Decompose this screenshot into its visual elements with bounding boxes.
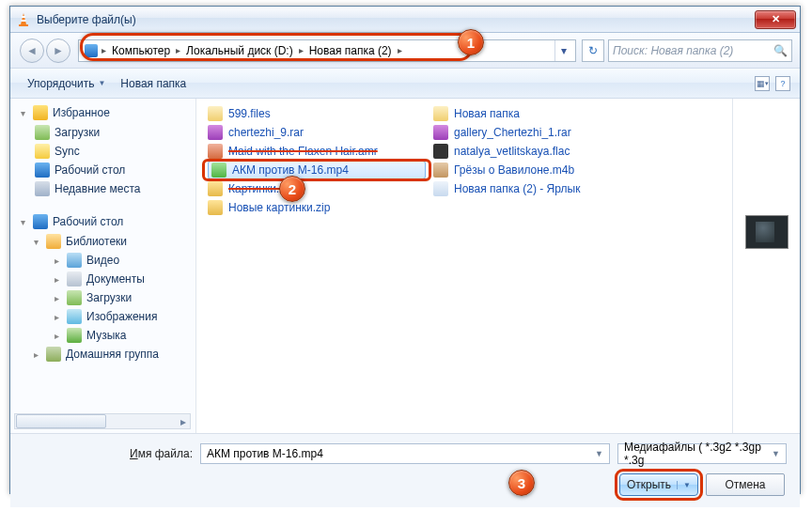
search-icon: 🔍 xyxy=(773,44,788,57)
documents-icon xyxy=(67,271,82,286)
video-icon xyxy=(67,253,82,268)
file-item[interactable]: Грёзы о Вавилоне.m4b xyxy=(429,161,655,179)
toolbar-right: ▦▾ ? xyxy=(755,76,790,91)
file-column-1: 599.files chertezhi_9.rar Maid with the … xyxy=(204,104,429,433)
rar-icon xyxy=(208,125,223,140)
sidebar-libraries[interactable]: ▾Библиотеки xyxy=(14,232,195,251)
filename-label: ИИмя файла:мя файла: xyxy=(23,447,193,460)
chevron-down-icon: ▼ xyxy=(98,79,105,87)
svg-rect-1 xyxy=(19,24,28,26)
file-item[interactable]: Картинки.zip xyxy=(204,179,429,198)
expand-icon: ▸ xyxy=(52,256,62,266)
desktop-icon xyxy=(35,163,50,178)
svg-rect-3 xyxy=(22,20,26,22)
downloads-icon xyxy=(67,290,82,305)
sidebar-images[interactable]: ▸Изображения xyxy=(14,307,195,326)
folder-icon xyxy=(433,106,448,121)
sidebar-documents[interactable]: ▸Документы xyxy=(14,270,195,288)
sidebar: ▾Избранное Загрузки Sync Рабочий стол Не… xyxy=(10,99,196,433)
file-list: 599.files chertezhi_9.rar Maid with the … xyxy=(196,99,732,433)
view-options-button[interactable]: ▦▾ xyxy=(755,76,770,91)
file-item[interactable]: 599.files xyxy=(204,104,429,123)
new-folder-button[interactable]: Новая папка xyxy=(113,73,194,94)
dialog-footer: ИИмя файла:мя файла: АКМ против М-16.mp4… xyxy=(10,433,800,507)
sidebar-downloads2[interactable]: ▸Загрузки xyxy=(14,288,195,307)
search-input[interactable]: Поиск: Новая папка (2) 🔍 xyxy=(608,39,792,62)
rar-icon xyxy=(433,125,448,140)
file-open-dialog: Выберите файл(ы) ✕ ◄ ► ▸ Компьютер ▸ Лок… xyxy=(9,6,801,494)
expand-icon: ▸ xyxy=(52,312,62,322)
images-icon xyxy=(67,309,82,324)
sidebar-desktop[interactable]: Рабочий стол xyxy=(14,161,195,179)
shortcut-icon xyxy=(433,181,448,196)
filename-input[interactable]: АКМ против М-16.mp4▼ xyxy=(200,443,610,464)
breadcrumb-folder[interactable]: Новая папка (2) xyxy=(305,40,396,61)
annotation-badge-1: 1 xyxy=(458,29,484,55)
nav-forward-button[interactable]: ► xyxy=(46,39,70,63)
svg-rect-2 xyxy=(22,16,25,18)
video-file-icon xyxy=(211,163,226,178)
titlebar: Выберите файл(ы) ✕ xyxy=(10,7,800,33)
downloads-icon xyxy=(35,125,50,140)
breadcrumb-computer[interactable]: Компьютер xyxy=(108,40,174,61)
help-button[interactable]: ? xyxy=(775,76,790,91)
vlc-icon xyxy=(16,12,31,27)
homegroup-icon xyxy=(46,347,61,362)
chevron-right-icon: ▸ xyxy=(100,45,108,55)
m4b-icon xyxy=(433,163,448,178)
collapse-icon: ▾ xyxy=(31,237,41,247)
recent-icon xyxy=(35,181,50,196)
file-item[interactable]: Новые картинки.zip xyxy=(204,198,429,217)
sidebar-sync[interactable]: Sync xyxy=(14,142,195,161)
scroll-right-icon[interactable]: ▸ xyxy=(176,414,190,428)
chevron-right-icon: ▸ xyxy=(297,45,305,55)
expand-icon: ▸ xyxy=(52,274,62,285)
file-item[interactable]: Новая папка xyxy=(429,104,655,123)
file-item[interactable]: natalya_vetlitskaya.flac xyxy=(429,142,655,161)
window-close-button[interactable]: ✕ xyxy=(755,10,796,29)
file-column-2: Новая папка gallery_Chertezhi_1.rar nata… xyxy=(429,104,655,433)
breadcrumb[interactable]: ▸ Компьютер ▸ Локальный диск (D:) ▸ Нова… xyxy=(78,39,576,62)
toolbar: Упорядочить▼ Новая папка ▦▾ ? xyxy=(10,69,800,99)
sidebar-scrollbar[interactable]: ▸ xyxy=(14,413,191,429)
organize-button[interactable]: Упорядочить▼ xyxy=(20,73,113,94)
annotation-badge-3: 3 xyxy=(508,470,535,496)
expand-icon: ▸ xyxy=(52,293,62,303)
refresh-button[interactable]: ↻ xyxy=(582,39,604,62)
expand-icon: ▸ xyxy=(31,349,41,360)
breadcrumb-drive[interactable]: Локальный диск (D:) xyxy=(182,40,297,61)
navbar: ◄ ► ▸ Компьютер ▸ Локальный диск (D:) ▸ … xyxy=(10,33,800,69)
chevron-right-icon: ▸ xyxy=(396,45,404,55)
chevron-down-icon[interactable]: ▼ xyxy=(677,481,691,489)
open-button[interactable]: Открыть▼ xyxy=(619,473,698,496)
desktop-icon xyxy=(33,214,48,229)
cancel-button[interactable]: Отмена xyxy=(706,473,785,496)
chevron-right-icon: ▸ xyxy=(174,45,182,55)
file-item[interactable]: gallery_Chertezhi_1.rar xyxy=(429,123,655,142)
file-item-selected[interactable]: АКМ против М-16.mp4 xyxy=(204,161,429,179)
chevron-down-icon[interactable]: ▼ xyxy=(595,449,603,458)
sidebar-video[interactable]: ▸Видео xyxy=(14,251,195,270)
dialog-title: Выберите файл(ы) xyxy=(37,13,755,26)
file-item[interactable]: Новая папка (2) - Ярлык xyxy=(429,179,655,198)
sidebar-music[interactable]: ▸Музыка xyxy=(14,326,195,345)
preview-pane xyxy=(732,99,800,433)
collapse-icon: ▾ xyxy=(18,108,28,118)
dialog-body: ▾Избранное Загрузки Sync Рабочий стол Не… xyxy=(10,99,800,433)
sidebar-favorites[interactable]: ▾Избранное xyxy=(14,102,195,123)
file-type-filter[interactable]: Медиафайлы ( *.3g2 *.3gp *.3g▼ xyxy=(617,443,787,464)
file-item[interactable]: Maid with the Flaxen Hair.amr xyxy=(204,142,429,161)
collapse-icon: ▾ xyxy=(18,217,28,227)
search-placeholder: Поиск: Новая папка (2) xyxy=(613,44,733,57)
zip-icon xyxy=(208,181,223,196)
file-item[interactable]: chertezhi_9.rar xyxy=(204,123,429,142)
sidebar-downloads[interactable]: Загрузки xyxy=(14,123,195,142)
sidebar-homegroup[interactable]: ▸Домашняя группа xyxy=(14,345,195,364)
audio-icon xyxy=(208,144,223,159)
nav-back-button[interactable]: ◄ xyxy=(20,39,44,63)
sidebar-desktop2[interactable]: ▾Рабочий стол xyxy=(14,211,195,232)
sidebar-recent[interactable]: Недавние места xyxy=(14,179,195,198)
breadcrumb-dropdown[interactable]: ▾ xyxy=(554,40,571,61)
music-icon xyxy=(67,328,82,343)
scrollbar-thumb[interactable] xyxy=(16,414,106,428)
